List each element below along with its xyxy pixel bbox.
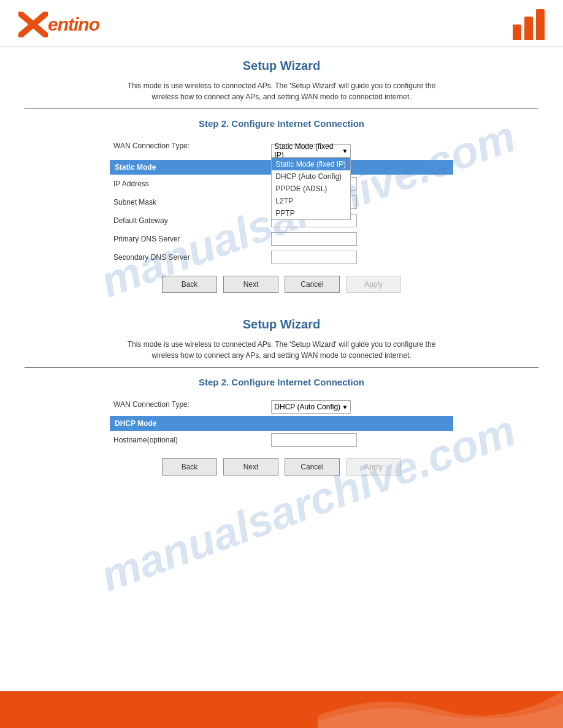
primary-dns-label: Primary DNS Server: [110, 230, 267, 248]
wan-dropdown-display[interactable]: Static Mode (fixed IP) ▼: [271, 144, 351, 157]
primary-dns-input[interactable]: [271, 232, 357, 246]
back-button-1[interactable]: Back: [162, 276, 217, 293]
secondary-dns-cell: [267, 248, 453, 267]
primary-dns-row: Primary DNS Server: [110, 230, 453, 248]
apply-button-2: Apply: [346, 458, 401, 476]
wan-type-row-2: WAN Connection Type: DHCP (Auto Config) …: [110, 396, 453, 416]
page-title-2: Setup Wizard: [25, 317, 538, 332]
dropdown-option-dhcp[interactable]: DHCP (Auto Config): [272, 170, 350, 183]
secondary-dns-label: Secondary DNS Server: [110, 248, 267, 267]
button-row-1: Back Next Cancel Apply: [25, 276, 538, 293]
step-title-2: Step 2. Configure Internet Connection: [25, 377, 538, 387]
dropdown-option-pptp[interactable]: PPTP: [272, 207, 350, 219]
dropdown-option-static[interactable]: Static Mode (fixed IP): [272, 158, 350, 170]
secondary-dns-row: Secondary DNS Server: [110, 248, 453, 267]
footer: [0, 691, 563, 728]
section-2: Setup Wizard This mode is use wireless t…: [25, 317, 538, 476]
wan-label: WAN Connection Type:: [110, 138, 267, 160]
hostname-cell: [267, 431, 453, 449]
logo-text: entino: [48, 14, 99, 35]
bar3-icon: [536, 9, 545, 40]
hostname-input[interactable]: [271, 433, 357, 447]
dhcp-mode-header-row: DHCP Mode: [110, 416, 453, 431]
header: entino: [0, 0, 563, 47]
next-button-2[interactable]: Next: [223, 458, 278, 476]
desc-line2-1: wireless how to connect any APs, and set…: [151, 93, 411, 101]
bar1-icon: [513, 25, 521, 40]
next-button-1[interactable]: Next: [223, 276, 278, 293]
wan-dropdown-container[interactable]: Static Mode (fixed IP) ▼ Static Mode (fi…: [271, 144, 351, 157]
dropdown-arrow-icon-2: ▼: [342, 404, 348, 411]
hostname-row: Hostname(optional): [110, 431, 453, 449]
primary-dns-cell: [267, 230, 453, 248]
desc-line2-2: wireless how to connect any APs, and set…: [151, 351, 411, 360]
section-1: Setup Wizard This mode is use wireless t…: [25, 59, 538, 293]
divider-1: [25, 108, 538, 109]
subnet-mask-label: Subnet Mask: [110, 193, 267, 211]
header-bars-icon: [513, 9, 545, 40]
wan-selected-label: Static Mode (fixed IP): [274, 142, 342, 159]
footer-wave-icon: [318, 691, 563, 728]
dropdown-option-pppoe[interactable]: PPPOE (ADSL): [272, 183, 350, 195]
default-gateway-label: Default Gateway: [110, 211, 267, 230]
bar2-icon: [524, 17, 533, 40]
main-content: Setup Wizard This mode is use wireless t…: [0, 47, 563, 512]
wan-label-2: WAN Connection Type:: [110, 396, 267, 416]
logo: entino: [18, 12, 99, 37]
secondary-dns-input[interactable]: [271, 251, 357, 264]
dhcp-mode-header-label: DHCP Mode: [110, 416, 453, 431]
wan-type-row: WAN Connection Type: Static Mode (fixed …: [110, 138, 453, 160]
wan-dropdown-cell: Static Mode (fixed IP) ▼ Static Mode (fi…: [267, 138, 453, 160]
wan-dropdown-cell-2: DHCP (Auto Config) ▼: [267, 396, 453, 416]
description-1: This mode is use wireless to connected A…: [25, 80, 538, 102]
desc-line1-1: This mode is use wireless to connected A…: [128, 82, 436, 90]
back-button-2[interactable]: Back: [162, 458, 217, 476]
step-title-1: Step 2. Configure Internet Connection: [25, 118, 538, 129]
desc-line1-2: This mode is use wireless to connected A…: [128, 340, 436, 349]
form-table-2: WAN Connection Type: DHCP (Auto Config) …: [110, 396, 453, 449]
button-row-2: Back Next Cancel Apply: [25, 458, 538, 476]
hostname-label: Hostname(optional): [110, 431, 267, 449]
cancel-button-1[interactable]: Cancel: [285, 276, 340, 293]
logo-x-icon: [18, 12, 48, 37]
form-table-1: WAN Connection Type: Static Mode (fixed …: [110, 138, 453, 267]
divider-2: [25, 367, 538, 368]
wan-selected-label-2: DHCP (Auto Config): [274, 403, 340, 411]
page-title-1: Setup Wizard: [25, 59, 538, 73]
ip-address-label: IP Address: [110, 175, 267, 193]
wan-dropdown-display-2[interactable]: DHCP (Auto Config) ▼: [271, 400, 351, 414]
description-2: This mode is use wireless to connected A…: [25, 339, 538, 361]
wan-dropdown-list[interactable]: Static Mode (fixed IP) DHCP (Auto Config…: [271, 157, 351, 220]
dropdown-option-l2tp[interactable]: L2TP: [272, 195, 350, 207]
apply-button-1: Apply: [346, 276, 401, 293]
cancel-button-2[interactable]: Cancel: [285, 458, 340, 476]
dropdown-arrow-icon: ▼: [342, 148, 348, 154]
